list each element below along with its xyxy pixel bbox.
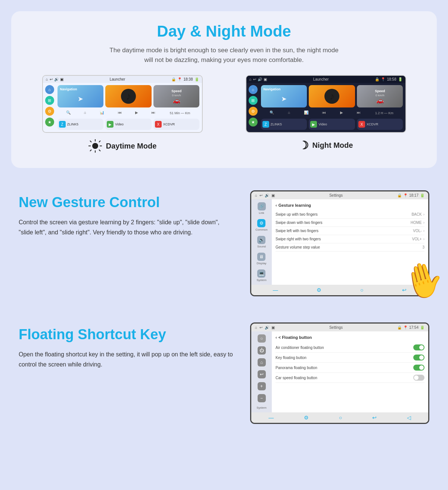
night-ctrl-bar: 📊 <box>304 110 308 116</box>
float-row-4: Car speed floating button <box>276 373 424 383</box>
gesture-row-3-label: Swipe left with two fingers <box>276 229 318 233</box>
svg-line-6 <box>99 150 100 151</box>
window-icon-night: ▣ <box>264 77 267 81</box>
home-icon-night: ⌂ <box>249 77 252 81</box>
night-speed-card: Speed 0 km/h 🚗 <box>357 85 403 107</box>
float-time: 17:54 <box>409 325 419 330</box>
svg-line-5 <box>90 141 91 142</box>
back-chevron: ‹ <box>276 203 277 207</box>
gesture-row-5-label: Gesture volume step value <box>276 245 320 249</box>
floating-bar-title: Settings <box>329 325 343 330</box>
day-controls: 🔍 ⌂ 📊 ⏮ ▶ ⏭ 51 Min — Km <box>57 109 200 117</box>
zlink-label-day: ZLINK5 <box>67 122 79 126</box>
xcdvr-icon-night: X <box>358 121 365 128</box>
gesture-row-5-value: 3 <box>422 245 424 249</box>
gesture-section: New Gesture Control Control the screen v… <box>0 183 448 311</box>
gesture-row-4-label: Swipe right with two fingers <box>276 237 321 241</box>
float-bottom-back[interactable]: — <box>268 415 274 421</box>
gest-home-icon: ⌂ <box>255 193 257 197</box>
sidebar-link-label: Link <box>259 211 264 215</box>
float-row-2-label: Key floating button <box>276 356 307 360</box>
day-ctrl-search: 🔍 <box>66 110 71 116</box>
float-row-4-label: Car speed floating button <box>276 376 317 380</box>
bottom-back-icon[interactable]: — <box>273 287 278 293</box>
sidebar-sound[interactable]: 🔊 Sound <box>257 236 266 248</box>
video-label-night: Video <box>318 122 327 126</box>
toggle-carspeed[interactable] <box>413 375 424 381</box>
launcher-label-night: Launcher <box>313 77 329 81</box>
mode-screens-container: ⌂ ↩ 🔊 ▣ Launcher 🔒 📍 18:38 🔋 <box>26 75 422 153</box>
day-speed-val: 0 km/h <box>172 94 181 97</box>
sidebar-home-day: ⌂ <box>45 85 54 94</box>
video-label-day: Video <box>115 122 124 126</box>
sidebar-link[interactable]: 🔗 Link <box>258 202 266 215</box>
float-bottom-recent[interactable]: ↩ <box>372 415 377 421</box>
float-bottom-home[interactable]: ○ <box>339 415 342 421</box>
bottom-home-icon[interactable]: ○ <box>360 287 363 293</box>
sidebar-display-label: Display <box>256 262 266 265</box>
gesture-text: New Gesture Control Control the screen v… <box>19 190 235 237</box>
float-bottom-settings[interactable]: ⚙ <box>304 415 309 421</box>
day-ctrl-next: ⏭ <box>152 110 155 116</box>
gest-gps-icon: 📍 <box>403 193 408 197</box>
toggle-key[interactable] <box>413 355 424 361</box>
day-night-title: Day & Night Mode <box>26 22 422 40</box>
gesture-title: New Gesture Control <box>19 194 235 211</box>
day-nav-arrow: ➤ <box>78 95 83 103</box>
day-nav-label: Navigation <box>59 87 78 92</box>
launcher-label-day: Launcher <box>110 77 125 81</box>
night-speed-car: 🚗 <box>376 97 384 104</box>
night-screen-content: ⌂ ⊞ ⚙ ★ Navigation ➤ ♪ <box>246 83 405 132</box>
lock-icon-night: 🔒 <box>375 77 379 81</box>
gest-win-icon: ▣ <box>271 193 275 197</box>
floating-left-sidebar: ○ ⏻ ⌂ ↩ + − System <box>251 331 272 412</box>
day-sidebar: ⌂ ⊞ ⚙ ★ <box>45 85 56 130</box>
gesture-settings-bar: ⌂ ↩ 🔊 ▣ Settings 🔒 📍 18:17 🔋 <box>251 191 428 199</box>
night-zlink-app: Z ZLINK5 <box>261 119 307 130</box>
day-ctrl-play: ▶ <box>135 110 138 116</box>
sidebar-system[interactable]: 💻 System <box>256 269 267 282</box>
floating-settings-content: ‹ < Floating button Air conditioner floa… <box>272 331 428 412</box>
time-day: 18:38 <box>183 77 193 81</box>
floating-button-header: ‹ < Floating button <box>276 335 424 340</box>
sidebar-display[interactable]: 🖥 Display <box>256 253 266 265</box>
day-top-apps: Navigation ➤ ♪ Speed 0 km/h 🚗 <box>57 85 200 107</box>
sidebar-common[interactable]: ⚙ Common <box>255 219 267 231</box>
gesture-desc: Control the screen via gesture learning … <box>19 217 235 237</box>
gesture-row-4: Swipe right with two fingers VOL+ › <box>276 235 424 243</box>
floating-settings-mockup: ⌂ ↩ 🔊 ▣ Settings 🔒 📍 17:54 🔋 ○ ⏻ <box>250 322 429 424</box>
vol-icon: 🔊 <box>54 77 59 81</box>
daytime-mode-label: Daytime Mode <box>88 139 157 153</box>
sidebar-settings-day: ⚙ <box>45 107 54 116</box>
floating-settings-body: ○ ⏻ ⌂ ↩ + − System ‹ < Floating button A… <box>251 331 428 412</box>
video-icon-night: ▶ <box>310 121 317 128</box>
night-video-app: ▶ Video <box>309 119 355 130</box>
sidebar-apps-day: ⊞ <box>45 96 54 105</box>
night-mode-label: ☽ Night Mode <box>299 139 353 152</box>
sidebar-sound-label: Sound <box>257 245 266 248</box>
gesture-row-2-label: Swipe down with two fingers <box>276 221 323 225</box>
toggle-ac[interactable] <box>413 344 424 350</box>
night-top-apps: Navigation ➤ ♪ Speed 0 km/h 🚗 <box>261 85 403 107</box>
float-home-icon: ⌂ <box>255 325 257 330</box>
day-music-note: ♪ <box>121 89 136 104</box>
floating-settings-bar: ⌂ ↩ 🔊 ▣ Settings 🔒 📍 17:54 🔋 <box>251 324 428 331</box>
float-battery-icon: 🔋 <box>420 325 424 330</box>
svg-line-7 <box>99 141 100 142</box>
floating-header-text: < Floating button <box>279 335 312 340</box>
sidebar-home-night: ⌂ <box>249 85 258 94</box>
back-icon: ↩ <box>50 77 53 81</box>
float-row-3-label: Panorama floating button <box>276 366 317 370</box>
night-ctrl-home: ⌂ <box>288 110 290 116</box>
night-nav-arrow: ➤ <box>281 95 287 103</box>
night-label-text: Night Mode <box>312 141 353 150</box>
zlink-label-night: ZLINK5 <box>271 122 282 126</box>
night-main-content: Navigation ➤ ♪ Speed 0 km/h 🚗 <box>261 85 403 130</box>
day-speed-car: 🚗 <box>173 97 180 104</box>
toggle-panorama[interactable] <box>413 365 424 371</box>
battery-icon-day: 🔋 <box>195 77 199 81</box>
bottom-settings-icon[interactable]: ⚙ <box>317 287 321 293</box>
float-bottom-extra[interactable]: ◁ <box>407 415 411 421</box>
float-sidebar-back: ↩ <box>258 370 266 378</box>
sidebar-extra-day: ★ <box>45 118 54 127</box>
